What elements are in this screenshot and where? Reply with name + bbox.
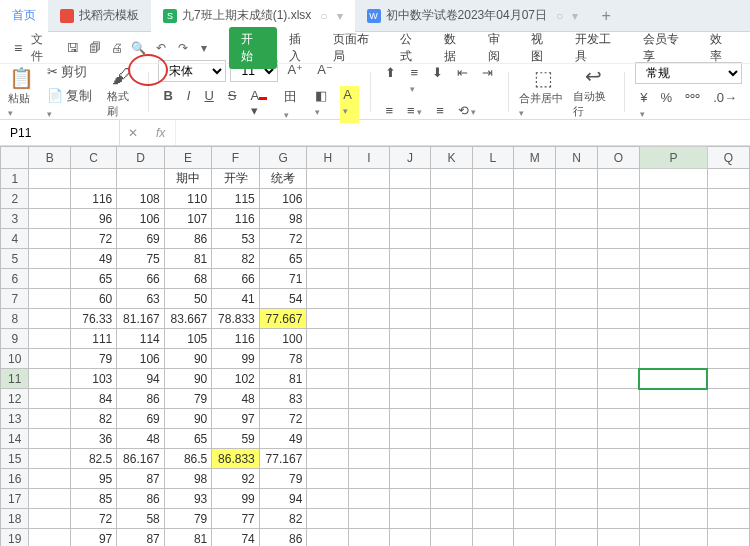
cell-K6[interactable] bbox=[431, 269, 473, 289]
cell-O18[interactable] bbox=[597, 509, 639, 529]
cell-C3[interactable]: 96 bbox=[71, 209, 117, 229]
cell-F1[interactable]: 开学 bbox=[212, 169, 260, 189]
cell-M14[interactable] bbox=[514, 429, 556, 449]
cell-J7[interactable] bbox=[389, 289, 430, 309]
row-header-15[interactable]: 15 bbox=[1, 449, 29, 469]
cell-O12[interactable] bbox=[597, 389, 639, 409]
cell-Q6[interactable] bbox=[707, 269, 749, 289]
row-header-5[interactable]: 5 bbox=[1, 249, 29, 269]
cell-I2[interactable] bbox=[349, 189, 390, 209]
cell-N15[interactable] bbox=[556, 449, 598, 469]
cell-F9[interactable]: 116 bbox=[212, 329, 260, 349]
col-header-H[interactable]: H bbox=[307, 147, 349, 169]
cell-J10[interactable] bbox=[389, 349, 430, 369]
cell-C16[interactable]: 95 bbox=[71, 469, 117, 489]
row-header-2[interactable]: 2 bbox=[1, 189, 29, 209]
cell-L9[interactable] bbox=[472, 329, 513, 349]
row-header-17[interactable]: 17 bbox=[1, 489, 29, 509]
fill-button[interactable]: ◧ bbox=[310, 86, 336, 123]
cell-E7[interactable]: 50 bbox=[164, 289, 212, 309]
cell-B19[interactable] bbox=[29, 529, 71, 547]
row-header-6[interactable]: 6 bbox=[1, 269, 29, 289]
cell-Q5[interactable] bbox=[707, 249, 749, 269]
cell-C8[interactable]: 76.33 bbox=[71, 309, 117, 329]
cell-H10[interactable] bbox=[307, 349, 349, 369]
cell-G14[interactable]: 49 bbox=[259, 429, 307, 449]
cell-L18[interactable] bbox=[472, 509, 513, 529]
cell-N1[interactable] bbox=[556, 169, 598, 189]
col-header-Q[interactable]: Q bbox=[707, 147, 749, 169]
cell-J12[interactable] bbox=[389, 389, 430, 409]
cell-Q8[interactable] bbox=[707, 309, 749, 329]
cell-Q9[interactable] bbox=[707, 329, 749, 349]
cell-N16[interactable] bbox=[556, 469, 598, 489]
cell-Q19[interactable] bbox=[707, 529, 749, 547]
cell-I8[interactable] bbox=[349, 309, 390, 329]
cell-L1[interactable] bbox=[472, 169, 513, 189]
cell-B17[interactable] bbox=[29, 489, 71, 509]
tab-templates[interactable]: 找稻壳模板 bbox=[48, 0, 151, 32]
align-center-icon[interactable]: ≡ bbox=[402, 101, 427, 120]
cell-Q7[interactable] bbox=[707, 289, 749, 309]
cell-F12[interactable]: 48 bbox=[212, 389, 260, 409]
cell-L10[interactable] bbox=[472, 349, 513, 369]
cell-K12[interactable] bbox=[431, 389, 473, 409]
cell-D9[interactable]: 114 bbox=[117, 329, 165, 349]
cell-N6[interactable] bbox=[556, 269, 598, 289]
cancel-icon[interactable]: ✕ bbox=[120, 126, 146, 140]
cell-Q14[interactable] bbox=[707, 429, 749, 449]
col-header-B[interactable]: B bbox=[29, 147, 71, 169]
cell-B3[interactable] bbox=[29, 209, 71, 229]
cell-C2[interactable]: 116 bbox=[71, 189, 117, 209]
cell-J6[interactable] bbox=[389, 269, 430, 289]
col-header-P[interactable]: P bbox=[639, 147, 707, 169]
menu-button[interactable]: 文件 bbox=[8, 27, 61, 69]
save-as-icon[interactable]: 🗐 bbox=[86, 39, 104, 57]
cell-F3[interactable]: 116 bbox=[212, 209, 260, 229]
cell-C4[interactable]: 72 bbox=[71, 229, 117, 249]
cell-Q2[interactable] bbox=[707, 189, 749, 209]
cell-G1[interactable]: 统考 bbox=[259, 169, 307, 189]
cell-K5[interactable] bbox=[431, 249, 473, 269]
ribbon-data[interactable]: 数据 bbox=[436, 27, 476, 69]
cell-E2[interactable]: 110 bbox=[164, 189, 212, 209]
cell-N4[interactable] bbox=[556, 229, 598, 249]
cell-N8[interactable] bbox=[556, 309, 598, 329]
col-header-G[interactable]: G bbox=[259, 147, 307, 169]
cell-H8[interactable] bbox=[307, 309, 349, 329]
copy-button[interactable]: 📄 复制 bbox=[42, 85, 101, 122]
cell-H18[interactable] bbox=[307, 509, 349, 529]
cell-C12[interactable]: 84 bbox=[71, 389, 117, 409]
cell-K9[interactable] bbox=[431, 329, 473, 349]
cell-B9[interactable] bbox=[29, 329, 71, 349]
cell-E17[interactable]: 93 bbox=[164, 489, 212, 509]
cell-Q13[interactable] bbox=[707, 409, 749, 429]
cell-M16[interactable] bbox=[514, 469, 556, 489]
cell-Q15[interactable] bbox=[707, 449, 749, 469]
cell-E18[interactable]: 79 bbox=[164, 509, 212, 529]
strike-button[interactable]: S bbox=[223, 86, 242, 123]
cell-J5[interactable] bbox=[389, 249, 430, 269]
cell-K8[interactable] bbox=[431, 309, 473, 329]
cell-D12[interactable]: 86 bbox=[117, 389, 165, 409]
cell-F19[interactable]: 74 bbox=[212, 529, 260, 547]
font-color-button[interactable]: A▾ bbox=[246, 86, 276, 123]
cell-O13[interactable] bbox=[597, 409, 639, 429]
cell-Q17[interactable] bbox=[707, 489, 749, 509]
cell-F10[interactable]: 99 bbox=[212, 349, 260, 369]
cell-P9[interactable] bbox=[639, 329, 707, 349]
cell-B7[interactable] bbox=[29, 289, 71, 309]
cell-H1[interactable] bbox=[307, 169, 349, 189]
cell-O6[interactable] bbox=[597, 269, 639, 289]
cell-C1[interactable] bbox=[71, 169, 117, 189]
cell-G2[interactable]: 106 bbox=[259, 189, 307, 209]
cell-L2[interactable] bbox=[472, 189, 513, 209]
cell-F16[interactable]: 92 bbox=[212, 469, 260, 489]
cell-M6[interactable] bbox=[514, 269, 556, 289]
undo-icon[interactable]: ↶ bbox=[152, 39, 170, 57]
name-box[interactable] bbox=[0, 120, 120, 146]
col-header-L[interactable]: L bbox=[472, 147, 513, 169]
cell-K7[interactable] bbox=[431, 289, 473, 309]
cell-G16[interactable]: 79 bbox=[259, 469, 307, 489]
cell-I6[interactable] bbox=[349, 269, 390, 289]
